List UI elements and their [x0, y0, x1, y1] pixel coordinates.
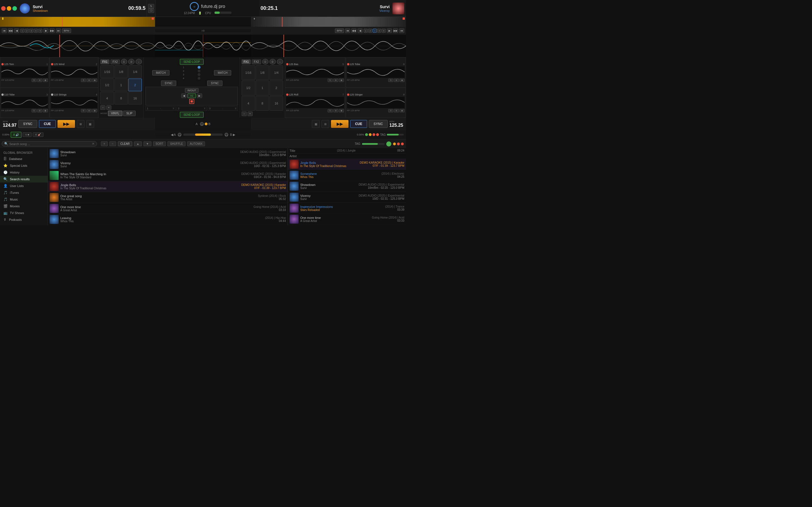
fx-b-4[interactable]: 4	[242, 96, 255, 111]
effect-slot-1[interactable]: 1 - X	[146, 106, 175, 111]
sort-btn[interactable]: SORT	[153, 142, 166, 146]
deck-b-sync-btn[interactable]: SYNC	[369, 120, 388, 128]
loop-4-eq-btn[interactable]: ⊜	[87, 109, 92, 112]
sidebar-item-user-lists[interactable]: 👤 User Lists	[0, 182, 48, 189]
loop-7-waveform[interactable]	[286, 97, 344, 108]
sidebar-item-history[interactable]: 🕐 History	[0, 169, 48, 176]
sidebar-item-special-lists[interactable]: ⭐ Special Lists	[0, 162, 48, 169]
loop-8-eq-btn[interactable]: ⊜	[394, 109, 399, 112]
deck-a-back[interactable]: ◀	[14, 29, 19, 33]
loop-7-vol-btn[interactable]: ◉	[339, 109, 344, 112]
track-item[interactable]: When The Saints Go Marching In In The St…	[48, 170, 288, 181]
pfl-dot-3[interactable]	[198, 73, 200, 76]
deck-a-waveform-overview[interactable]	[0, 17, 155, 27]
sidebar-item-database[interactable]: 🗄 Database	[0, 156, 48, 162]
right-track-item[interactable]: Impressive Impressions Stars Reloaded (2…	[288, 203, 406, 214]
deck-b-skip-start[interactable]: ⏮	[345, 29, 350, 33]
track-item[interactable]: Leaving Whos This (2014) | Hip-Hop 04:44	[48, 214, 288, 225]
send-loop-a-btn[interactable]: SEND LOOP	[180, 59, 204, 65]
deck-a-cue-2[interactable]: 2	[25, 29, 29, 33]
automix-btn[interactable]: AUTOMIX	[187, 142, 205, 146]
loop-7-eq-btn[interactable]: ⊜	[333, 109, 338, 112]
loop-4-waveform[interactable]	[51, 97, 98, 108]
headphone-icon[interactable]: 🎧	[200, 122, 204, 126]
loop-5-waveform[interactable]	[286, 66, 344, 78]
search-up-btn[interactable]: ▲	[134, 142, 142, 146]
search-minus-btn[interactable]: −	[109, 142, 116, 146]
fx-b-plus[interactable]: +	[248, 112, 253, 116]
deck-a-fast-forward[interactable]: ▶▶	[50, 29, 55, 33]
fx-b-14[interactable]: 1/4	[269, 65, 283, 80]
deck-b-skip-end[interactable]: ⏭	[399, 29, 404, 33]
search-clear-btn[interactable]: CLEAR	[118, 142, 132, 146]
deck-b-fast-forward[interactable]: ▶▶	[393, 29, 398, 33]
fx-a-2[interactable]: 2	[128, 78, 142, 91]
deck-b-play-btn[interactable]: ▶▶	[331, 120, 349, 128]
track-item[interactable]: Title (2014) | Jungle	[48, 225, 288, 225]
sidebar-item-search-results[interactable]: 🔍 Search results	[0, 176, 48, 182]
loop-3-vol-btn[interactable]: ◉	[43, 109, 48, 112]
fx-a-16[interactable]: 16	[128, 92, 142, 105]
deck-a-skip-start[interactable]: ⏮	[2, 29, 7, 33]
deck-a-bpm-btn[interactable]: BPM	[62, 29, 71, 33]
track-item[interactable]: One great song The Artist Synkron (2014)…	[48, 192, 288, 203]
loop-3-waveform[interactable]	[1, 97, 48, 108]
deck-b-forward[interactable]: ▶	[387, 29, 392, 33]
headphone-b-btn[interactable]: 🎧	[224, 133, 229, 136]
search-tag-slider[interactable]	[362, 143, 385, 145]
deck-b-grid-btn[interactable]: ⊞	[321, 120, 329, 128]
loop-1-vol-btn[interactable]: ◉	[43, 78, 48, 82]
loop-4-s-btn[interactable]: S	[81, 109, 86, 112]
loop-1-eq-btn[interactable]: ⊜	[37, 78, 42, 82]
mode-slip-btn[interactable]: SLIP	[123, 111, 136, 116]
deck-b-bpm-btn[interactable]: BPM	[335, 29, 344, 33]
io-next-btn[interactable]: ▶	[197, 94, 202, 98]
effect-slot-3[interactable]: 3 - X	[208, 106, 238, 111]
pfl-dot-4[interactable]	[198, 77, 200, 80]
color-dot-orange[interactable]	[393, 143, 396, 145]
loop-2-waveform[interactable]	[51, 66, 98, 78]
deck-a-rewind[interactable]: ◀◀	[8, 29, 13, 33]
track-item[interactable]: Viceroy Survi DEMO AUDIO (2015) | Experi…	[48, 159, 288, 170]
search-down-btn[interactable]: ▼	[144, 142, 151, 146]
loop-2-s-btn[interactable]: S	[81, 78, 86, 82]
deck-a-fx1-btn[interactable]: FX1	[100, 59, 109, 64]
fx-a-12[interactable]: 1/2	[100, 78, 114, 91]
loop-2-vol-btn[interactable]: ◉	[92, 78, 97, 82]
loop-4-vol-btn[interactable]: ◉	[92, 109, 97, 112]
color-dot-red2[interactable]	[401, 143, 404, 145]
fx-a-14[interactable]: 1/4	[128, 65, 142, 78]
close-button[interactable]	[1, 6, 6, 11]
deck-a-skip-end[interactable]: ⏭	[56, 29, 61, 33]
deck-a-cue-3[interactable]: 3	[29, 29, 33, 33]
search-clear-icon[interactable]: ✕	[92, 142, 94, 146]
sync-b-center-btn[interactable]: SYNC	[207, 80, 222, 86]
pfl-dot-1[interactable]	[198, 66, 200, 69]
mixer-settings-btn[interactable]: ⓘ	[148, 8, 154, 13]
loop-5-eq-btn[interactable]: ⊜	[333, 78, 338, 82]
fx-b-12[interactable]: 1/2	[242, 80, 255, 95]
deck-a-cue-5[interactable]: 5	[38, 29, 42, 33]
deck-b-fx-2-btn[interactable]: ②	[269, 59, 276, 64]
loop-6-s-btn[interactable]: S	[388, 78, 393, 82]
send-loop-b-btn[interactable]: SEND LOOP	[180, 112, 204, 118]
io-prev-btn[interactable]: ◀	[181, 94, 186, 98]
minimize-button[interactable]	[7, 6, 11, 11]
fx-b-116[interactable]: 1/16	[242, 65, 255, 80]
search-input[interactable]	[9, 142, 91, 146]
loop-6-eq-btn[interactable]: ⊜	[394, 78, 399, 82]
rec-btn[interactable]	[189, 99, 194, 104]
track-item[interactable]: Showdown Survi DEMO AUDIO (2015) | Exper…	[48, 148, 288, 159]
loop-1-s-btn[interactable]: S	[32, 78, 37, 82]
deck-a-cue-1[interactable]: 1	[20, 29, 24, 33]
deck-a-v-btn[interactable]: V ■	[22, 132, 32, 137]
deck-b-cue-1[interactable]: 1	[364, 29, 368, 33]
deck-a-cue-btn[interactable]: CUE	[39, 120, 56, 128]
loop-2-eq-btn[interactable]: ⊜	[87, 78, 92, 82]
fx-a-plus[interactable]: +	[106, 105, 111, 110]
deck-a-k-btn[interactable]: K 🎸	[33, 132, 43, 137]
match-a-btn[interactable]: MATCH	[152, 70, 169, 75]
deck-a-forward[interactable]: ▶	[43, 29, 49, 33]
loop-5-vol-btn[interactable]: ◉	[339, 78, 344, 82]
pfl-dot-2[interactable]	[198, 69, 200, 72]
